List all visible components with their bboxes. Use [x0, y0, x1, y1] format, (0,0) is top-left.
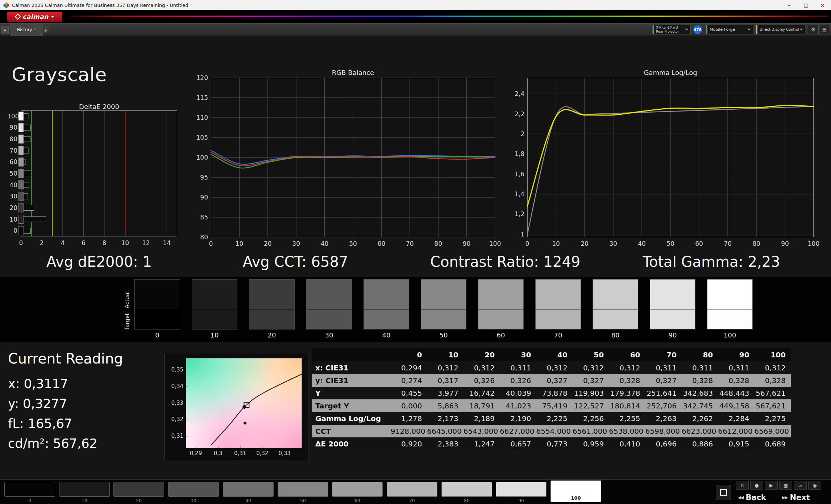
tab-history-1[interactable]: History 1 [10, 24, 43, 36]
target-row-label: Target [124, 307, 130, 336]
tick-label: 60 [7, 158, 17, 165]
table-cell: 122,527 [573, 399, 609, 412]
table-cell: 0,311 [682, 361, 718, 374]
display-control-name: Direct Display Control [760, 28, 799, 32]
sidebar-collapse-button[interactable]: ▶ [1, 26, 9, 34]
app-icon [3, 2, 9, 8]
close-button[interactable]: × [814, 0, 831, 10]
pattern-button-30[interactable] [168, 482, 219, 497]
table-cell: 0,689 [755, 437, 791, 450]
tick-label: 80 [430, 240, 446, 247]
rgb-balance-plot [211, 78, 495, 237]
reading-fl: fL: 165,67 [8, 414, 123, 434]
pattern-button-70[interactable] [387, 482, 437, 497]
stop-button[interactable] [716, 485, 731, 500]
table-cell: 9128,000 [391, 425, 427, 437]
swatch-actual [307, 280, 352, 309]
tick-label: 80 [7, 135, 17, 143]
continuous-read-icon[interactable]: ∞ [794, 481, 807, 490]
tick-label: 0,3 [210, 450, 226, 457]
white-point-locus [211, 374, 302, 446]
pattern-button-20[interactable] [113, 482, 164, 497]
skip-next-icon: ▶▶ [782, 495, 787, 500]
meter-dropdown[interactable]: X-Rite i1Pro 3 Rear Projector [652, 25, 691, 34]
calman-logo-text: calman [22, 13, 49, 20]
pattern-button-0[interactable] [4, 482, 55, 497]
tick-label: 30 [7, 193, 17, 200]
table-cell: 0,328 [755, 374, 791, 387]
play-icon[interactable]: ▶ [765, 481, 778, 490]
meter-reading-badge[interactable]: 476 [693, 25, 702, 34]
table-cell: 0,311 [500, 361, 536, 374]
table-cell: 0,326 [500, 374, 536, 387]
swatch-actual [650, 280, 695, 309]
tick-label: 1,4 [509, 190, 524, 198]
table-cell: 6612,000 [718, 425, 754, 437]
pattern-button-10[interactable] [59, 482, 110, 497]
page-title: Grayscale [12, 64, 107, 85]
display-control-dropdown[interactable]: Direct Display Control [756, 25, 805, 34]
add-tab-button[interactable]: + [42, 26, 49, 33]
swatch-target [536, 309, 581, 329]
pattern-button-100[interactable]: 100 [550, 480, 601, 502]
meter-status-indicator [653, 25, 654, 34]
tick-label: 0 [519, 240, 535, 247]
chevron-down-icon [685, 29, 688, 30]
tick-label: 1,8 [509, 150, 524, 158]
gear-icon[interactable]: ⚙ [808, 25, 819, 34]
table-cell: 6543,000 [464, 425, 500, 437]
title-bar: Calman 2025 Calman Ultimate for Business… [0, 0, 831, 10]
swatch-target [192, 309, 237, 329]
single-read-camera-icon[interactable]: ◉ [808, 481, 821, 490]
save-icon[interactable]: ▦ [779, 481, 792, 490]
pattern-label: 10 [59, 498, 110, 503]
table-cell: 16,742 [464, 387, 500, 399]
grayscale-swatch-50 [421, 279, 466, 329]
calman-application-window: { "window": { "title": "Calman 2025 Calm… [0, 0, 831, 504]
grayscale-swatch-100 [707, 279, 753, 329]
pattern-button-90[interactable] [496, 482, 547, 497]
back-button[interactable]: ◀◀ Back [738, 492, 766, 503]
table-cell: 0,311 [718, 361, 754, 374]
table-cell: 2,189 [464, 412, 500, 425]
panel-toggle-icon[interactable]: ▤ [820, 25, 829, 34]
pattern-label: 100 [551, 495, 601, 501]
table-cell: 567,621 [755, 387, 791, 399]
table-cell: 0,327 [573, 374, 609, 387]
grayscale-swatch-40 [363, 279, 409, 329]
calman-menu-button[interactable]: calman [7, 12, 62, 22]
tick-label: 0,35 [165, 366, 183, 373]
pattern-source-dropdown[interactable]: Mobile Forge [706, 25, 753, 34]
table-cell: 2,256 [573, 412, 609, 425]
swatch-level-label: 40 [363, 331, 409, 339]
maximize-button[interactable]: ▢ [798, 0, 814, 10]
tick-label: 40 [317, 240, 333, 247]
tick-label: 14 [159, 239, 174, 247]
minimize-button[interactable]: – [781, 0, 798, 10]
contrast-ratio-stat: Contrast Ratio: 1249 [430, 253, 575, 270]
column-header: 10 [427, 348, 463, 361]
next-button[interactable]: ▶▶ Next [782, 492, 810, 503]
column-header: 100 [755, 348, 791, 361]
magnet-icon[interactable]: ∩ [736, 481, 749, 490]
table-cell: 2,383 [427, 437, 463, 450]
pattern-button-40[interactable] [223, 482, 274, 497]
pattern-button-50[interactable] [278, 482, 328, 497]
table-row: ΔE 20000,9202,3831,2470,6570,7730,9590,4… [312, 437, 791, 450]
pattern-button-60[interactable] [332, 482, 383, 497]
table-cell: 180,814 [609, 399, 645, 412]
pattern-button-80[interactable] [441, 482, 492, 497]
reading-x: x: 0,3117 [8, 374, 123, 394]
record-icon[interactable]: ● [750, 481, 763, 490]
swatch-actual [249, 280, 294, 309]
table-cell: 2,284 [718, 412, 754, 425]
cie-chromaticity-chart: 0,350,340,330,320,310,290,30,310,320,33 [164, 353, 308, 460]
swatch-actual [421, 280, 466, 309]
tick-label: 10 [118, 239, 132, 247]
table-cell: 1,247 [464, 437, 500, 450]
row-label: Target Y [312, 399, 391, 412]
tick-label: 90 [7, 124, 17, 131]
window-title: Calman 2025 Calman Ultimate for Business… [12, 3, 188, 8]
tick-label: 0 [7, 227, 17, 234]
next-label: Next [790, 493, 810, 502]
